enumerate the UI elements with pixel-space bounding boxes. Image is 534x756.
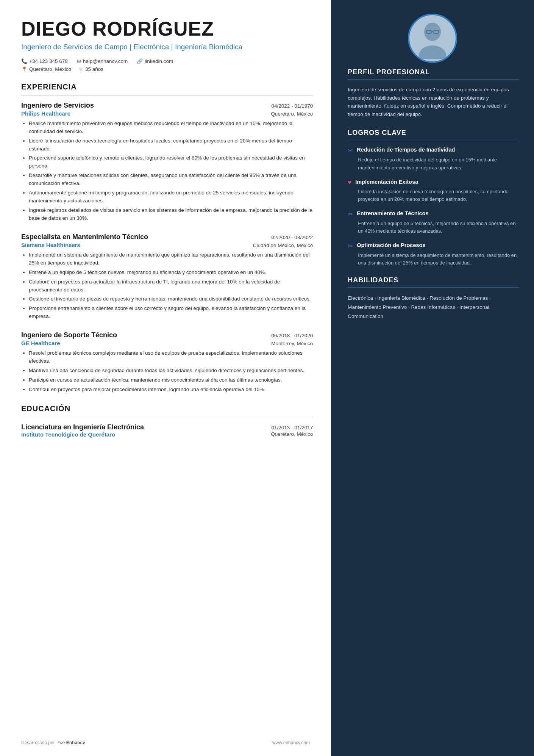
edu-1-dates: 01/2013 - 01/2017 xyxy=(272,425,313,430)
experience-heading: EXPERIENCIA xyxy=(21,83,313,91)
skills-divider xyxy=(348,287,519,288)
location-icon: 📍 xyxy=(21,66,27,72)
email-contact: ✉ help@enhancv.com xyxy=(77,58,128,64)
achievement-2-header: ♥ Implementación Exitosa xyxy=(348,178,519,186)
job-3-bullets: Resolví problemas técnicos complejos med… xyxy=(21,349,313,394)
achievement-4: ✂ Optimización de Procesos Implementé un… xyxy=(348,242,519,267)
bullet: Entrené a un equipo de 5 técnicos nuevos… xyxy=(29,269,313,277)
skills-heading: HABILIDADES xyxy=(348,276,519,284)
edu-1: Licenciatura en Ingeniería Electrónica 0… xyxy=(21,423,313,438)
achievement-1-icon: ✂ xyxy=(348,147,353,155)
job-1-title: Ingeniero de Servicios xyxy=(21,102,94,110)
footer-website: www.enhancv.com xyxy=(272,740,310,745)
bullet: Proporcioné entrenamiento a clientes sob… xyxy=(29,305,313,321)
footer: Desarrollado por Enhancv www.enhancv.com xyxy=(0,740,331,745)
achievement-3: ✂ Entrenamiento de Técnicos Entrené a un… xyxy=(348,210,519,235)
enhancv-logo: Enhancv xyxy=(57,740,85,745)
job-2-dates: 02/2020 - 03/2022 xyxy=(272,235,313,240)
bullet: Lideré la instalación de nueva tecnologí… xyxy=(29,137,313,153)
bullet: Colaboré en proyectos para actualizar la… xyxy=(29,278,313,294)
age-icon: ☆ xyxy=(79,66,83,72)
skills-section: HABILIDADES Electrónica · Ingeniería Bio… xyxy=(348,276,519,321)
achievements-section: LOGROS CLAVE ✂ Reducción de Tiempos de I… xyxy=(348,129,519,267)
bullet: Resolví problemas técnicos complejos med… xyxy=(29,349,313,365)
achievement-3-header: ✂ Entrenamiento de Técnicos xyxy=(348,210,519,218)
achievement-4-desc: Implementé un sistema de seguimiento de … xyxy=(348,252,519,267)
achievement-3-title: Entrenamiento de Técnicos xyxy=(357,210,428,217)
phone-contact: 📞 +34 123 345 678 xyxy=(21,58,68,64)
job-2-bullets: Implementé un sistema de seguimiento de … xyxy=(21,251,313,321)
achievement-1-header: ✂ Reducción de Tiempos de Inactividad xyxy=(348,146,519,155)
job-3-header: Ingeniero de Soporte Técnico 06/2018 - 0… xyxy=(21,331,313,339)
footer-brand: Desarrollado por Enhancv xyxy=(21,740,85,745)
job-2-company: Siemens Healthineers xyxy=(21,242,80,248)
education-heading: EDUCACIÓN xyxy=(21,404,313,413)
avatar-area xyxy=(331,14,534,63)
profile-heading: PERFIL PROFESIONAL xyxy=(348,68,519,76)
edu-1-location: Querétaro, México xyxy=(271,431,313,438)
edu-1-inst-row: Instituto Tecnológico de Querétaro Queré… xyxy=(21,431,313,438)
left-column: DIEGO RODRÍGUEZ Ingeniero de Servicios d… xyxy=(0,0,331,756)
education-divider xyxy=(21,417,313,417)
achievement-3-desc: Entrené a un equipo de 5 técnicos, mejor… xyxy=(348,220,519,235)
svg-point-5 xyxy=(428,34,430,36)
achievements-heading: LOGROS CLAVE xyxy=(348,129,519,137)
bullet: Proporcioné soporte telefónico y remoto … xyxy=(29,154,313,170)
job-2-header: Especialista en Mantenimiento Técnico 02… xyxy=(21,233,313,241)
candidate-name: DIEGO RODRÍGUEZ xyxy=(21,18,313,40)
achievement-2: ♥ Implementación Exitosa Lideré la insta… xyxy=(348,178,519,203)
age-contact: ☆ 35 años xyxy=(79,66,103,72)
achievement-4-header: ✂ Optimización de Procesos xyxy=(348,242,519,250)
email-icon: ✉ xyxy=(77,58,81,64)
achievement-2-desc: Lideré la instalación de nueva tecnologí… xyxy=(348,188,519,203)
job-1: Ingeniero de Servicios 04/2022 - 01/1970… xyxy=(21,102,313,222)
bullet: Autónomamente gestioné mi tiempo y progr… xyxy=(29,189,313,205)
job-2-location: Ciudad de México, México xyxy=(253,243,313,248)
bullet: Ingresé registros detallados de visitas … xyxy=(29,207,313,222)
edu-1-institution: Instituto Tecnológico de Querétaro xyxy=(21,431,115,438)
bullet: Mantuve una alta conciencia de seguridad… xyxy=(29,367,313,375)
achievement-2-title: Implementación Exitosa xyxy=(355,178,418,186)
education-section: EDUCACIÓN Licenciatura en Ingeniería Ele… xyxy=(21,404,313,438)
edu-1-header: Licenciatura en Ingeniería Electrónica 0… xyxy=(21,423,313,431)
job-1-location: Querétaro, México xyxy=(271,111,313,117)
achievement-3-icon: ✂ xyxy=(348,210,353,218)
linkedin-contact: 🔗 linkedin.com xyxy=(137,58,173,64)
avatar xyxy=(408,14,457,63)
bullet: Desarrollé y mantuve relaciones sólidas … xyxy=(29,172,313,188)
achievements-divider xyxy=(348,140,519,140)
right-column: PERFIL PROFESIONAL Ingeniero de servicio… xyxy=(331,0,534,756)
achievement-2-icon: ♥ xyxy=(348,179,351,186)
skills-list: Electrónica · Ingeniería Biomédica · Res… xyxy=(348,294,519,321)
job-2: Especialista en Mantenimiento Técnico 02… xyxy=(21,233,313,321)
header: DIEGO RODRÍGUEZ Ingeniero de Servicios d… xyxy=(21,18,313,72)
developed-by-label: Desarrollado por xyxy=(21,740,55,745)
linkedin-icon: 🔗 xyxy=(137,58,143,64)
contact-row: 📞 +34 123 345 678 ✉ help@enhancv.com 🔗 l… xyxy=(21,58,313,64)
achievement-1-title: Reducción de Tiempos de Inactividad xyxy=(357,146,455,153)
bullet: Participé en cursos de actualización téc… xyxy=(29,376,313,384)
bullet: Contribuí en proyectos para mejorar proc… xyxy=(29,386,313,394)
bullet: Realicé mantenimiento preventivo en equi… xyxy=(29,120,313,136)
achievement-4-title: Optimización de Procesos xyxy=(357,242,425,249)
job-3-company: GE Healthcare xyxy=(21,340,60,346)
profile-text: Ingeniero de servicios de campo con 2 añ… xyxy=(348,86,519,118)
job-1-dates: 04/2022 - 01/1970 xyxy=(272,103,313,109)
achievement-1-desc: Reduje el tiempo de inactividad del equi… xyxy=(348,156,519,171)
edu-1-title: Licenciatura en Ingeniería Electrónica xyxy=(21,423,144,431)
svg-point-1 xyxy=(419,45,446,59)
bullet: Implementé un sistema de seguimiento de … xyxy=(29,251,313,267)
job-1-company-row: Philips Healthcare Querétaro, México xyxy=(21,110,313,117)
profile-section: PERFIL PROFESIONAL Ingeniero de servicio… xyxy=(348,68,519,118)
job-3-title: Ingeniero de Soporte Técnico xyxy=(21,331,117,339)
job-3-dates: 06/2018 - 01/2020 xyxy=(272,333,313,338)
achievement-4-icon: ✂ xyxy=(348,242,353,250)
location-contact: 📍 Querétaro, México xyxy=(21,66,71,72)
job-3-company-row: GE Healthcare Monterrey, México xyxy=(21,340,313,346)
header-meta: 📍 Querétaro, México ☆ 35 años xyxy=(21,66,313,72)
job-2-company-row: Siemens Healthineers Ciudad de México, M… xyxy=(21,242,313,248)
job-1-header: Ingeniero de Servicios 04/2022 - 01/1970 xyxy=(21,102,313,110)
experience-section: EXPERIENCIA Ingeniero de Servicios 04/20… xyxy=(21,83,313,394)
profile-divider xyxy=(348,79,519,80)
candidate-title: Ingeniero de Servicios de Campo | Electr… xyxy=(21,42,313,52)
